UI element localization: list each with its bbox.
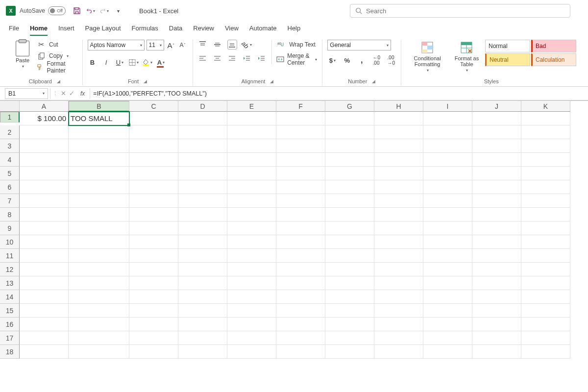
row-header-13[interactable]: 13 (0, 276, 20, 290)
cell-G11[interactable] (325, 249, 374, 263)
cell-A6[interactable] (20, 180, 69, 194)
cell-K11[interactable] (521, 249, 570, 263)
decrease-decimal-icon[interactable]: .00→0 (386, 55, 396, 65)
cell-I13[interactable] (423, 276, 472, 290)
cell-F15[interactable] (276, 304, 325, 318)
cell-E17[interactable] (227, 331, 276, 345)
cell-F1[interactable] (276, 112, 325, 125)
customize-qat-icon[interactable]: ▾ (114, 6, 122, 15)
cell-H2[interactable] (374, 125, 423, 139)
cell-C6[interactable] (129, 180, 178, 194)
cell-J3[interactable] (472, 139, 521, 153)
cell-G8[interactable] (325, 208, 374, 221)
cell-B8[interactable] (69, 208, 129, 221)
cell-D1[interactable] (178, 112, 227, 125)
cell-H7[interactable] (374, 194, 423, 208)
cell-D8[interactable] (178, 208, 227, 221)
row-header-17[interactable]: 17 (0, 331, 20, 345)
cell-E10[interactable] (227, 235, 276, 249)
cell-B1[interactable]: TOO SMALL (69, 112, 129, 125)
cell-K17[interactable] (521, 331, 570, 345)
row-header-18[interactable]: 18 (0, 345, 20, 359)
cell-H18[interactable] (374, 345, 423, 359)
cell-D4[interactable] (178, 153, 227, 167)
clipboard-dialog-icon[interactable]: ◢ (57, 79, 60, 84)
format-as-table-button[interactable]: Format as Table▾ (451, 40, 482, 74)
cell-J5[interactable] (472, 167, 521, 180)
cell-C2[interactable] (129, 125, 178, 139)
align-middle-icon[interactable] (213, 40, 222, 49)
cell-K8[interactable] (521, 208, 570, 221)
select-all-corner[interactable] (0, 101, 20, 112)
col-header-E[interactable]: E (227, 101, 276, 112)
cell-K14[interactable] (521, 290, 570, 304)
cell-J9[interactable] (472, 221, 521, 235)
cell-I6[interactable] (423, 180, 472, 194)
cell-H1[interactable] (374, 112, 423, 125)
wrap-text-button[interactable]: abWrap Text (276, 40, 317, 49)
align-left-icon[interactable] (198, 53, 208, 63)
row-header-3[interactable]: 3 (0, 139, 20, 153)
cell-K2[interactable] (521, 125, 570, 139)
cell-I3[interactable] (423, 139, 472, 153)
currency-button[interactable]: $▾ (327, 55, 337, 65)
cell-H5[interactable] (374, 167, 423, 180)
row-header-10[interactable]: 10 (0, 235, 20, 249)
col-header-K[interactable]: K (521, 101, 570, 112)
tab-insert[interactable]: Insert (58, 24, 74, 36)
cell-D3[interactable] (178, 139, 227, 153)
cell-H3[interactable] (374, 139, 423, 153)
cell-K9[interactable] (521, 221, 570, 235)
cell-D2[interactable] (178, 125, 227, 139)
cell-K18[interactable] (521, 345, 570, 359)
number-dialog-icon[interactable]: ◢ (372, 79, 375, 84)
cell-G5[interactable] (325, 167, 374, 180)
shrink-font-icon[interactable]: A˅ (178, 40, 188, 50)
cell-I15[interactable] (423, 304, 472, 318)
cell-I1[interactable] (423, 112, 472, 125)
fill-color-button[interactable]: ▾ (143, 57, 152, 67)
cell-F18[interactable] (276, 345, 325, 359)
paste-button[interactable]: Paste▾ (12, 40, 33, 70)
col-header-B[interactable]: B (69, 101, 129, 112)
cell-I12[interactable] (423, 263, 472, 276)
cell-B13[interactable] (69, 276, 129, 290)
cell-K6[interactable] (521, 180, 570, 194)
format-painter-button[interactable]: Format Painter (36, 62, 77, 72)
cell-B2[interactable] (69, 125, 129, 139)
bold-button[interactable]: B (88, 57, 98, 67)
cell-B11[interactable] (69, 249, 129, 263)
cell-H12[interactable] (374, 263, 423, 276)
cell-D9[interactable] (178, 221, 227, 235)
cell-E7[interactable] (227, 194, 276, 208)
cell-H4[interactable] (374, 153, 423, 167)
cell-D18[interactable] (178, 345, 227, 359)
cell-I4[interactable] (423, 153, 472, 167)
row-header-12[interactable]: 12 (0, 263, 20, 276)
col-header-J[interactable]: J (472, 101, 521, 112)
cell-F17[interactable] (276, 331, 325, 345)
percent-button[interactable]: % (342, 55, 352, 65)
cell-K7[interactable] (521, 194, 570, 208)
cell-K16[interactable] (521, 318, 570, 331)
font-size-select[interactable]: 11▾ (147, 40, 164, 50)
enter-icon[interactable]: ✓ (69, 90, 74, 97)
cell-F7[interactable] (276, 194, 325, 208)
cell-I2[interactable] (423, 125, 472, 139)
cell-G9[interactable] (325, 221, 374, 235)
cell-B16[interactable] (69, 318, 129, 331)
cell-J6[interactable] (472, 180, 521, 194)
col-header-F[interactable]: F (276, 101, 325, 112)
merge-center-button[interactable]: Merge & Center▾ (276, 54, 317, 64)
alignment-dialog-icon[interactable]: ◢ (270, 79, 273, 84)
cell-F13[interactable] (276, 276, 325, 290)
cell-B4[interactable] (69, 153, 129, 167)
row-header-9[interactable]: 9 (0, 221, 20, 235)
cell-E6[interactable] (227, 180, 276, 194)
cell-A12[interactable] (20, 263, 69, 276)
cell-J4[interactable] (472, 153, 521, 167)
cell-C17[interactable] (129, 331, 178, 345)
tab-formulas[interactable]: Formulas (132, 24, 158, 36)
cell-B14[interactable] (69, 290, 129, 304)
cell-B15[interactable] (69, 304, 129, 318)
